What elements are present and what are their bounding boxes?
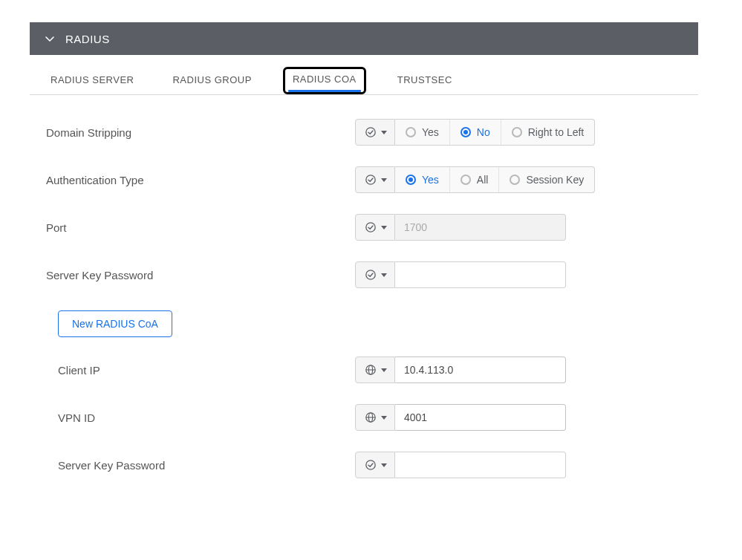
option-label: All [477,174,489,186]
globe-icon [365,411,377,423]
scope-toggle[interactable] [355,356,395,383]
chevron-down-icon [45,33,55,44]
label-server-key-password: Server Key Password [43,269,355,281]
client-ip-input[interactable] [395,356,566,383]
scope-toggle[interactable] [355,119,395,146]
label-domain-stripping: Domain Stripping [43,126,355,139]
svg-point-0 [366,128,375,137]
radio-icon [406,127,416,137]
radio-icon [510,175,520,185]
radio-icon [461,175,471,185]
scope-toggle[interactable] [355,404,395,431]
row-vpn-id: VPN ID [55,394,685,441]
form-area: Domain Stripping Yes No [30,95,698,496]
scope-toggle[interactable] [355,166,395,193]
caret-down-icon [381,368,387,372]
row-auth-type: Authentication Type Yes All [43,156,685,204]
option-all[interactable]: All [449,167,499,192]
check-icon [365,459,377,471]
option-yes[interactable]: Yes [395,167,449,192]
row-domain-stripping: Domain Stripping Yes No [43,108,685,156]
row-sub-server-key-password: Server Key Password [55,441,685,489]
check-icon [365,126,377,138]
label-sub-server-key-password: Server Key Password [55,459,355,472]
svg-point-10 [366,460,375,469]
new-radius-coa-button[interactable]: New RADIUS CoA [58,310,172,337]
scope-toggle[interactable] [355,261,395,288]
caret-down-icon [381,131,387,134]
option-label: Session Key [526,174,584,186]
vpn-id-input[interactable] [395,404,566,431]
tab-radius-group[interactable]: RADIUS GROUP [165,68,258,94]
option-label: Right to Left [528,126,585,138]
radio-icon [461,127,471,137]
radius-panel: RADIUS RADIUS SERVER RADIUS GROUP RADIUS… [30,22,698,496]
tab-radius-server[interactable]: RADIUS SERVER [43,68,141,94]
svg-point-1 [366,175,375,184]
caret-down-icon [381,178,387,182]
tab-trustsec[interactable]: TRUSTSEC [390,68,460,94]
option-label: Yes [422,174,439,186]
check-icon [365,269,377,281]
option-session-key[interactable]: Session Key [498,167,594,192]
svg-point-3 [366,270,375,279]
radio-icon [512,127,522,137]
section-header[interactable]: RADIUS [30,22,698,55]
label-vpn-id: VPN ID [55,411,355,424]
caret-down-icon [381,273,387,277]
globe-icon [365,364,377,376]
auth-type-options: Yes All Session Key [395,166,595,193]
option-label: No [477,126,490,138]
domain-stripping-options: Yes No Right to Left [395,119,595,146]
caret-down-icon [381,226,387,229]
scope-toggle[interactable] [355,214,395,241]
scope-toggle[interactable] [355,452,395,478]
svg-point-2 [366,223,375,232]
section-title: RADIUS [65,33,110,45]
label-client-ip: Client IP [55,364,355,377]
row-client-ip: Client IP [55,346,685,394]
option-label: Yes [422,126,439,138]
server-key-password-input[interactable] [395,261,566,288]
check-icon [365,174,377,186]
label-port: Port [43,221,355,234]
radio-icon [406,175,416,185]
radius-coa-subsection: New RADIUS CoA Client IP VPN ID [43,306,685,489]
port-input[interactable] [395,214,566,241]
tab-radius-coa[interactable]: RADIUS COA [283,67,366,94]
caret-down-icon [381,463,387,467]
caret-down-icon [381,416,387,420]
row-port: Port [43,204,685,251]
row-server-key-password: Server Key Password [43,251,685,299]
option-right-to-left[interactable]: Right to Left [501,120,595,145]
sub-server-key-password-input[interactable] [395,452,566,478]
check-icon [365,221,377,233]
tabs: RADIUS SERVER RADIUS GROUP RADIUS COA TR… [30,55,698,95]
option-yes[interactable]: Yes [395,120,449,145]
label-auth-type: Authentication Type [43,174,355,186]
option-no[interactable]: No [449,120,501,145]
